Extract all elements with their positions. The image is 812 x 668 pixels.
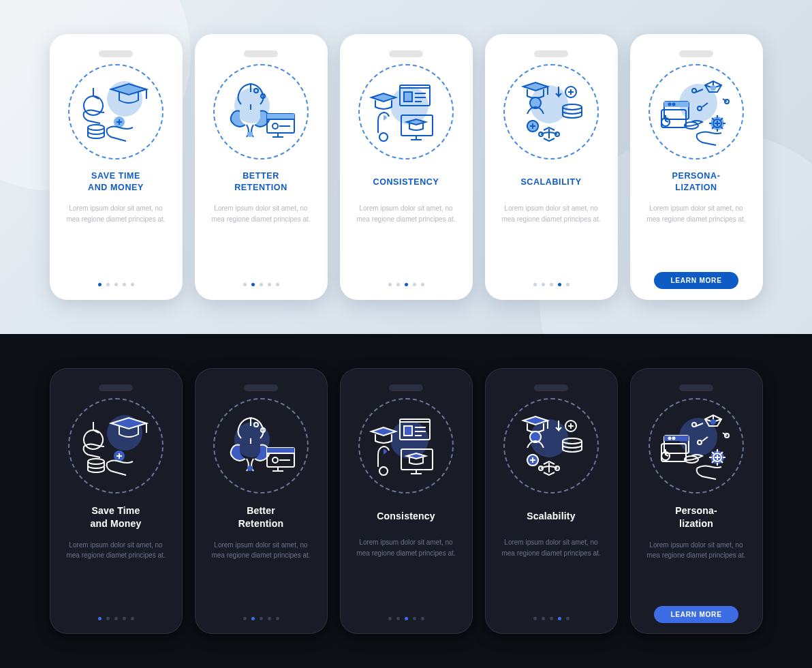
page-dot[interactable] bbox=[542, 283, 545, 286]
svg-point-35 bbox=[88, 459, 104, 464]
svg-point-22 bbox=[710, 85, 716, 91]
page-dot[interactable] bbox=[106, 617, 110, 620]
page-dot[interactable] bbox=[114, 283, 118, 286]
page-dot[interactable] bbox=[421, 617, 424, 620]
consistency-icon bbox=[358, 64, 454, 160]
page-indicator bbox=[533, 617, 569, 620]
page-dot[interactable] bbox=[396, 283, 400, 286]
card-title: SAVE TIME AND MONEY bbox=[88, 170, 144, 194]
svg-point-55 bbox=[710, 419, 716, 425]
card-description: Lorem ipsum dolor sit amet, no mea regio… bbox=[59, 203, 173, 224]
page-dot[interactable] bbox=[388, 283, 392, 286]
card-description: Lorem ipsum dolor sit amet, no mea regio… bbox=[640, 540, 753, 561]
card-title: PERSONA- LIZATION bbox=[672, 170, 721, 194]
onboarding-card-consistency[interactable]: CONSISTENCYLorem ipsum dolor sit amet, n… bbox=[340, 34, 473, 300]
card-description: Lorem ipsum dolor sit amet, no mea regio… bbox=[59, 540, 173, 561]
page-indicator bbox=[98, 617, 134, 620]
page-dot[interactable] bbox=[413, 283, 416, 286]
page-dot[interactable] bbox=[558, 283, 561, 286]
learn-more-button[interactable]: LEARN MORE bbox=[654, 606, 738, 623]
svg-rect-8 bbox=[267, 114, 294, 119]
consistency-icon bbox=[358, 398, 454, 494]
page-dot[interactable] bbox=[114, 617, 118, 620]
card-title: BETTER RETENTION bbox=[234, 170, 287, 194]
page-dot[interactable] bbox=[268, 617, 271, 620]
page-dot[interactable] bbox=[558, 617, 561, 620]
card-title: CONSISTENCY bbox=[373, 170, 439, 194]
card-title: Persona- lization bbox=[675, 504, 717, 530]
page-dot[interactable] bbox=[533, 617, 537, 620]
card-title: Better Retention bbox=[238, 504, 283, 530]
page-dot[interactable] bbox=[260, 283, 263, 286]
page-dot[interactable] bbox=[276, 617, 279, 620]
svg-rect-60 bbox=[664, 436, 689, 441]
page-dot[interactable] bbox=[243, 283, 247, 286]
page-dot[interactable] bbox=[251, 283, 255, 286]
page-indicator bbox=[533, 283, 569, 286]
scalability-icon bbox=[503, 64, 599, 160]
onboarding-card-retention[interactable]: Better RetentionLorem ipsum dolor sit am… bbox=[195, 368, 328, 634]
page-dot[interactable] bbox=[388, 617, 392, 620]
svg-point-2 bbox=[88, 125, 104, 130]
page-dot[interactable] bbox=[276, 283, 279, 286]
save-time-money-icon bbox=[68, 398, 163, 494]
page-indicator bbox=[243, 283, 279, 286]
page-dot[interactable] bbox=[405, 617, 408, 620]
page-dot[interactable] bbox=[550, 283, 553, 286]
page-dot[interactable] bbox=[533, 283, 537, 286]
page-dot[interactable] bbox=[243, 617, 247, 620]
page-dot[interactable] bbox=[566, 617, 569, 620]
onboarding-card-save-time-money[interactable]: Save Time and MoneyLorem ipsum dolor sit… bbox=[50, 368, 183, 634]
page-dot[interactable] bbox=[251, 617, 255, 620]
phone-notch bbox=[99, 384, 133, 391]
scalability-icon bbox=[503, 398, 599, 494]
onboarding-dark-section: Save Time and MoneyLorem ipsum dolor sit… bbox=[0, 334, 812, 668]
onboarding-card-scalability[interactable]: SCALABILITYLorem ipsum dolor sit amet, n… bbox=[485, 34, 618, 300]
page-dot[interactable] bbox=[268, 283, 271, 286]
learn-more-button[interactable]: LEARN MORE bbox=[654, 272, 738, 289]
onboarding-card-consistency[interactable]: ConsistencyLorem ipsum dolor sit amet, n… bbox=[340, 368, 473, 634]
card-description: Lorem ipsum dolor sit amet, no mea regio… bbox=[640, 203, 753, 224]
svg-point-9 bbox=[272, 123, 278, 129]
retention-icon bbox=[213, 64, 309, 160]
page-dot[interactable] bbox=[106, 283, 110, 286]
svg-point-42 bbox=[272, 457, 278, 463]
onboarding-card-personalization[interactable]: Persona- lizationLorem ipsum dolor sit a… bbox=[630, 368, 763, 634]
phone-notch bbox=[679, 384, 713, 391]
page-dot[interactable] bbox=[421, 283, 424, 286]
page-dot[interactable] bbox=[260, 617, 263, 620]
svg-rect-45 bbox=[404, 426, 412, 436]
page-dot[interactable] bbox=[131, 283, 134, 286]
phone-notch bbox=[679, 50, 713, 57]
card-title: SCALABILITY bbox=[520, 170, 581, 194]
onboarding-card-personalization[interactable]: PERSONA- LIZATIONLorem ipsum dolor sit a… bbox=[630, 34, 763, 300]
page-dot[interactable] bbox=[542, 617, 545, 620]
page-dot[interactable] bbox=[566, 283, 569, 286]
onboarding-card-scalability[interactable]: ScalabilityLorem ipsum dolor sit amet, n… bbox=[485, 368, 618, 634]
card-description: Lorem ipsum dolor sit amet, no mea regio… bbox=[204, 203, 318, 224]
page-dot[interactable] bbox=[396, 617, 400, 620]
card-title: Scalability bbox=[527, 504, 575, 528]
page-dot[interactable] bbox=[123, 617, 126, 620]
page-dot[interactable] bbox=[413, 617, 416, 620]
svg-rect-12 bbox=[404, 92, 412, 102]
phone-notch bbox=[244, 50, 278, 57]
svg-rect-27 bbox=[664, 102, 689, 107]
page-indicator bbox=[98, 283, 134, 286]
onboarding-card-save-time-money[interactable]: SAVE TIME AND MONEYLorem ipsum dolor sit… bbox=[50, 34, 183, 300]
phone-notch bbox=[244, 384, 278, 391]
page-dot[interactable] bbox=[98, 283, 102, 286]
page-dot[interactable] bbox=[98, 617, 102, 620]
card-description: Lorem ipsum dolor sit amet, no mea regio… bbox=[349, 203, 463, 224]
page-indicator bbox=[388, 283, 424, 286]
phone-notch bbox=[389, 50, 423, 57]
onboarding-light-section: SAVE TIME AND MONEYLorem ipsum dolor sit… bbox=[0, 0, 812, 334]
page-dot[interactable] bbox=[405, 283, 408, 286]
page-indicator bbox=[388, 617, 424, 620]
onboarding-card-retention[interactable]: BETTER RETENTIONLorem ipsum dolor sit am… bbox=[195, 34, 328, 300]
page-dot[interactable] bbox=[550, 617, 553, 620]
page-dot[interactable] bbox=[131, 617, 134, 620]
card-description: Lorem ipsum dolor sit amet, no mea regio… bbox=[495, 203, 608, 224]
page-dot[interactable] bbox=[123, 283, 126, 286]
personalization-icon bbox=[649, 398, 744, 494]
